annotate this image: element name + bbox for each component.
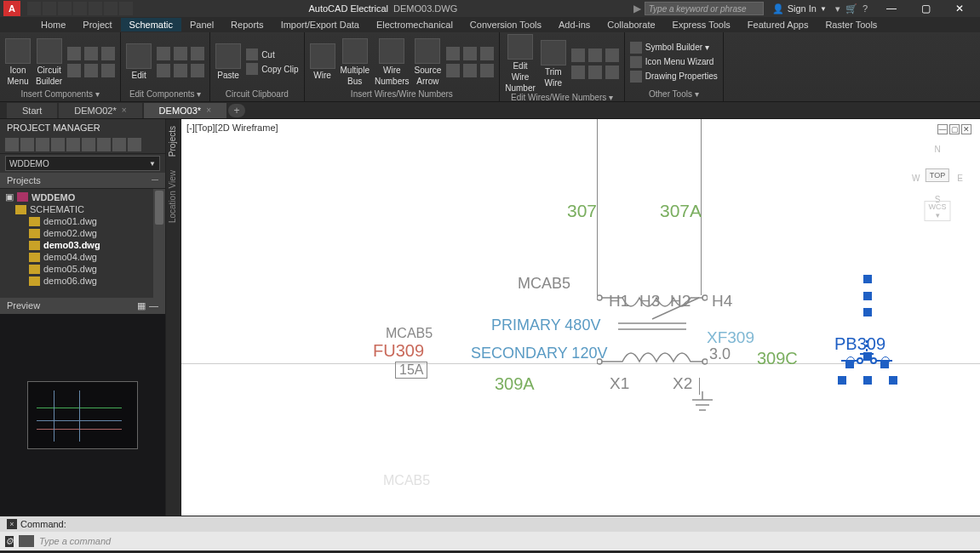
- tree-file-demo03-dwg[interactable]: demo03.dwg: [3, 239, 162, 251]
- schematic-wire[interactable]: [597, 119, 598, 295]
- schematic-label-secondary-120v[interactable]: SECONDARY 120V: [471, 345, 607, 362]
- schematic-label-h4[interactable]: H4: [712, 292, 732, 311]
- selection-grip-circle[interactable]: [847, 357, 854, 364]
- tree-file-demo02-dwg[interactable]: demo02.dwg: [3, 227, 162, 239]
- ribbon-small-icon[interactable]: [446, 64, 460, 77]
- ribbon-small-icon[interactable]: [480, 64, 494, 77]
- close-button[interactable]: ✕: [943, 0, 977, 17]
- selection-grip[interactable]: [863, 376, 872, 385]
- tree-file-demo05-dwg[interactable]: demo05.dwg: [3, 263, 162, 275]
- schematic-label-x1[interactable]: X1: [610, 374, 629, 393]
- icon-menu-wizard-button[interactable]: Icon Menu Wizard: [630, 56, 718, 68]
- exchange-icon[interactable]: ▾: [835, 3, 840, 14]
- menu-tab-express-tools[interactable]: Express Tools: [664, 18, 739, 31]
- menu-tab-raster-tools[interactable]: Raster Tools: [817, 18, 885, 31]
- tree-scrollbar[interactable]: [153, 189, 165, 298]
- paste-button[interactable]: Paste: [215, 43, 241, 80]
- selection-grip[interactable]: [863, 275, 872, 283]
- ribbon-small-icon[interactable]: [446, 47, 460, 60]
- schematic-label-fu309[interactable]: FU309: [373, 341, 424, 361]
- doc-tab-demo02-[interactable]: DEMO02*×: [59, 103, 141, 118]
- schematic-label-mcab5[interactable]: MCAB5: [518, 275, 570, 293]
- schematic-label-h3[interactable]: H3: [639, 292, 660, 311]
- menu-tab-home[interactable]: Home: [32, 18, 74, 31]
- edit-button[interactable]: Edit: [126, 43, 152, 80]
- menu-tab-featured-apps[interactable]: Featured Apps: [739, 18, 817, 31]
- schematic-label-mcab5[interactable]: MCAB5: [386, 326, 433, 341]
- ribbon-small-icon[interactable]: [605, 66, 619, 79]
- multiple-bus-button[interactable]: MultipleBus: [341, 38, 370, 86]
- tree-file-demo01-dwg[interactable]: demo01.dwg: [3, 215, 162, 227]
- tree-file-demo06-dwg[interactable]: demo06.dwg: [3, 275, 162, 287]
- panel-title[interactable]: Other Tools ▾: [630, 89, 718, 100]
- selection-grip-circle[interactable]: [882, 357, 889, 364]
- side-tab-location[interactable]: Location View: [166, 163, 181, 230]
- ribbon-small-icon[interactable]: [101, 47, 115, 60]
- ribbon-small-icon[interactable]: [588, 66, 602, 79]
- schematic-label-309c[interactable]: 309C: [757, 349, 798, 368]
- ribbon-small-icon[interactable]: [84, 47, 98, 60]
- panel-title[interactable]: Insert Components ▾: [5, 89, 115, 100]
- tree-root[interactable]: ▣WDDEMO: [3, 191, 162, 203]
- menu-tab-electromechanical[interactable]: Electromechanical: [368, 18, 461, 31]
- ribbon-small-icon[interactable]: [157, 47, 170, 60]
- project-tree[interactable]: ▣WDDEMOSCHEMATICdemo01.dwgdemo02.dwgdemo…: [0, 189, 165, 298]
- copy-clip-button[interactable]: Copy Clip: [246, 63, 298, 75]
- pm-open-icon[interactable]: [20, 138, 34, 151]
- schematic-label-primary-480v[interactable]: PRIMARY 480V: [491, 316, 600, 334]
- selection-grip[interactable]: [863, 352, 872, 361]
- schematic-label-307a[interactable]: 307A: [660, 201, 702, 221]
- project-combo[interactable]: WDDEMO▼: [5, 156, 160, 171]
- signin-button[interactable]: 👤 Sign In ▼: [772, 3, 827, 14]
- menu-tab-panel[interactable]: Panel: [181, 18, 222, 31]
- menu-tab-project[interactable]: Project: [74, 18, 120, 31]
- qat-new-icon[interactable]: [27, 2, 41, 15]
- ribbon-small-icon[interactable]: [174, 47, 187, 60]
- pm-prev-icon[interactable]: [51, 138, 65, 151]
- ribbon-small-icon[interactable]: [463, 47, 477, 60]
- menu-tab-collaborate[interactable]: Collaborate: [599, 18, 663, 31]
- close-icon[interactable]: ×: [122, 105, 127, 115]
- qat-saveall-icon[interactable]: [73, 2, 87, 15]
- search-input[interactable]: Type a keyword or phrase: [645, 2, 764, 15]
- side-tab-projects[interactable]: Projects: [166, 119, 181, 163]
- pm-list-icon[interactable]: [82, 138, 95, 151]
- wire-numbers-button[interactable]: WireNumbers: [375, 38, 410, 86]
- pm-print-icon[interactable]: [112, 138, 126, 151]
- selection-grip[interactable]: [863, 292, 872, 300]
- tree-folder-schematic[interactable]: SCHEMATIC: [3, 203, 162, 215]
- panel-title[interactable]: Insert Wires/Wire Numbers: [310, 89, 495, 100]
- schematic-label-h2[interactable]: H2: [670, 292, 691, 311]
- wire-button[interactable]: Wire: [310, 43, 335, 80]
- ribbon-small-icon[interactable]: [67, 47, 81, 60]
- preview-header[interactable]: Preview ▦—: [0, 298, 165, 314]
- maximize-button[interactable]: ▢: [908, 0, 943, 17]
- menu-tab-conversion-tools[interactable]: Conversion Tools: [461, 18, 550, 31]
- cart-icon[interactable]: 🛒: [845, 3, 857, 14]
- ribbon-small-icon[interactable]: [191, 64, 204, 77]
- close-icon[interactable]: ×: [206, 105, 211, 115]
- drawing-canvas[interactable]: [-][Top][2D Wireframe] — ▢ ✕ N W TOP E S…: [181, 119, 980, 516]
- schematic-label-mcab5[interactable]: MCAB5: [383, 473, 430, 488]
- ribbon-small-icon[interactable]: [174, 64, 187, 77]
- preview-tool-icon[interactable]: ▦: [137, 300, 146, 311]
- panel-title[interactable]: Circuit Clipboard: [215, 89, 298, 100]
- minimize-button[interactable]: —: [874, 0, 908, 17]
- help-icon[interactable]: ?: [863, 3, 868, 14]
- edit-wire-number-button[interactable]: EditWireNumber: [505, 34, 536, 93]
- cmd-tool-icon[interactable]: ⚙: [5, 536, 14, 547]
- cmd-close-icon[interactable]: ×: [7, 519, 17, 529]
- pm-refresh-icon[interactable]: [36, 138, 49, 151]
- preview-collapse-icon[interactable]: —: [149, 300, 158, 311]
- trim-wire-button[interactable]: TrimWire: [541, 40, 566, 88]
- pm-new-icon[interactable]: [5, 138, 19, 151]
- ribbon-small-icon[interactable]: [67, 64, 81, 77]
- ribbon-small-icon[interactable]: [463, 64, 477, 77]
- schematic-label-3-0[interactable]: 3.0: [709, 345, 731, 363]
- schematic-label-x2[interactable]: X2: [673, 374, 692, 393]
- ribbon-small-icon[interactable]: [571, 66, 585, 79]
- cut-button[interactable]: Cut: [246, 48, 298, 60]
- schematic-label-pb309[interactable]: PB309: [834, 334, 885, 354]
- ribbon-small-icon[interactable]: [588, 48, 602, 62]
- menu-tab-import-export-data[interactable]: Import/Export Data: [272, 18, 368, 31]
